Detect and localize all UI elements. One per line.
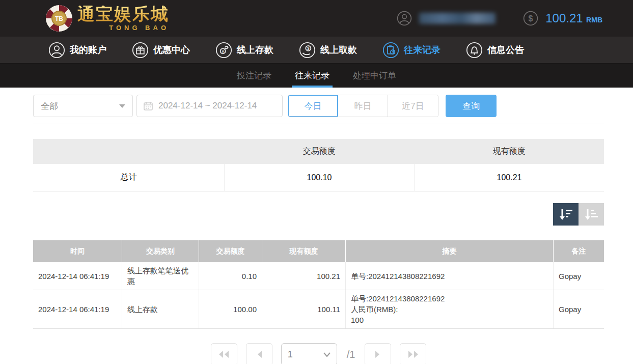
query-button[interactable]: 查询 xyxy=(446,95,497,117)
last-page-button[interactable] xyxy=(400,343,426,364)
nav-item-announcements[interactable]: 信息公告 xyxy=(466,42,524,59)
username-redacted xyxy=(419,13,496,24)
quick-date-group: 今日 昨日 近7日 xyxy=(288,95,438,117)
calendar-icon xyxy=(143,101,153,111)
records-table: 时间 交易类别 交易额度 现有额度 摘要 备注 2024-12-14 06:41… xyxy=(33,240,604,329)
date-range-value: 2024-12-14 ~ 2024-12-14 xyxy=(158,101,257,111)
col-time: 时间 xyxy=(33,240,122,262)
bell-icon xyxy=(466,42,483,59)
summary-trade-amount-value: 100.10 xyxy=(224,164,414,191)
next-page-button[interactable] xyxy=(365,343,391,364)
balance-currency: RMB xyxy=(586,16,602,24)
first-page-button[interactable] xyxy=(211,343,237,364)
chevron-down-icon xyxy=(323,352,331,357)
cell-balance: 100.11 xyxy=(262,290,345,328)
date-range-input[interactable]: 2024-12-14 ~ 2024-12-14 xyxy=(136,95,283,117)
tab-pending-orders[interactable]: 处理中订单 xyxy=(350,64,399,88)
dollar-coin-icon: $ xyxy=(523,11,538,26)
right-arrow-icon xyxy=(374,350,381,358)
section-divider xyxy=(33,124,604,124)
main-nav: 我的账户 优惠中心 ¥ 线上存款 $ 线上取款 xyxy=(0,37,633,64)
nav-item-transaction-records[interactable]: 往来记录 xyxy=(382,42,441,59)
quick-btn-today[interactable]: 今日 xyxy=(288,95,338,117)
quick-btn-label: 近7日 xyxy=(402,100,424,112)
prev-page-button[interactable] xyxy=(246,343,272,364)
pagination: 1 /1 xyxy=(33,343,604,364)
cell-type: 线上存款 xyxy=(122,290,199,328)
account-user-icon[interactable] xyxy=(397,11,412,26)
records-icon xyxy=(382,42,399,59)
svg-text:$: $ xyxy=(529,14,533,23)
table-row: 2024-12-14 06:41:19 线上存款 100.00 100.11 单… xyxy=(33,290,604,329)
sort-ascending-icon xyxy=(584,208,598,221)
col-balance: 现有额度 xyxy=(262,240,345,262)
cell-note: Gopay xyxy=(553,290,604,328)
summary-header-trade-amount: 交易额度 xyxy=(224,139,414,164)
quick-btn-yesterday[interactable]: 昨日 xyxy=(338,95,388,117)
main-content: 全部 2024-12-14 ~ 2024-12-14 今日 昨日 近7日 xyxy=(0,88,633,364)
type-select[interactable]: 全部 xyxy=(33,95,133,117)
top-header: TB 通宝娱乐城 TONG BAO $ 100.21 RMB xyxy=(0,0,633,37)
user-icon xyxy=(48,42,65,59)
cell-amount: 0.10 xyxy=(199,262,262,290)
double-left-arrow-icon xyxy=(218,350,230,358)
withdraw-icon: $ xyxy=(299,42,316,59)
summary-total-row: 总计 100.10 100.21 xyxy=(33,164,604,191)
brand-name-cn: 通宝娱乐城 xyxy=(77,6,169,23)
nav-item-online-deposit[interactable]: ¥ 线上存款 xyxy=(215,42,273,59)
deposit-icon: ¥ xyxy=(215,42,232,59)
gift-icon xyxy=(132,42,149,59)
sort-descending-button[interactable] xyxy=(553,203,579,226)
quick-btn-label: 昨日 xyxy=(354,100,372,112)
nav-label: 优惠中心 xyxy=(153,44,190,56)
sort-ascending-button[interactable] xyxy=(579,203,604,226)
cell-time: 2024-12-14 06:41:19 xyxy=(33,262,122,290)
records-header-row: 时间 交易类别 交易额度 现有额度 摘要 备注 xyxy=(33,240,604,262)
nav-label: 线上取款 xyxy=(320,44,357,56)
quick-btn-label: 今日 xyxy=(305,100,322,112)
summary-header-empty xyxy=(33,139,224,164)
chip-tb-text: TB xyxy=(55,15,63,22)
table-row: 2024-12-14 06:41:19 线上存款笔笔送优惠 0.10 100.2… xyxy=(33,262,604,290)
balance-amount: 100.21 xyxy=(545,11,583,25)
cell-amount: 100.00 xyxy=(199,290,262,328)
tab-bet-records[interactable]: 投注记录 xyxy=(234,64,274,88)
summary-header-row: 交易额度 现有额度 xyxy=(33,139,604,164)
nav-label: 线上存款 xyxy=(237,44,273,56)
nav-label: 往来记录 xyxy=(404,44,441,56)
brand-name-en: TONG BAO xyxy=(77,24,169,32)
summary-header-current-amount: 现有额度 xyxy=(414,139,604,164)
left-arrow-icon xyxy=(256,350,263,358)
tab-transaction-records[interactable]: 往来记录 xyxy=(292,64,333,88)
col-summary: 摘要 xyxy=(345,240,553,262)
sort-controls xyxy=(33,203,604,226)
cell-time: 2024-12-14 06:41:19 xyxy=(33,290,122,328)
brand-logo[interactable]: TB 通宝娱乐城 TONG BAO xyxy=(45,4,169,33)
nav-label: 我的账户 xyxy=(70,44,106,56)
page-select[interactable]: 1 xyxy=(281,343,337,364)
col-note: 备注 xyxy=(553,240,604,262)
nav-label: 信息公告 xyxy=(487,44,524,56)
cell-summary: 单号:202412143808221692 人民币(RMB): 100 xyxy=(345,290,553,328)
summary-total-label: 总计 xyxy=(33,164,224,191)
nav-item-promotions[interactable]: 优惠中心 xyxy=(132,42,190,59)
summary-table: 交易额度 现有额度 总计 100.10 100.21 xyxy=(33,139,604,191)
summary-current-amount-value: 100.21 xyxy=(414,164,604,191)
cell-type: 线上存款笔笔送优惠 xyxy=(122,262,199,290)
tab-label: 投注记录 xyxy=(237,70,271,81)
double-right-arrow-icon xyxy=(407,350,419,358)
type-select-value: 全部 xyxy=(41,100,58,112)
svg-text:$: $ xyxy=(307,46,310,51)
cell-summary: 单号:202412143808221692 xyxy=(345,262,553,290)
cell-note: Gopay xyxy=(553,262,604,290)
casino-chip-icon: TB xyxy=(45,4,73,33)
chevron-down-icon xyxy=(119,104,125,108)
col-type: 交易类别 xyxy=(122,240,199,262)
col-amount: 交易额度 xyxy=(199,240,262,262)
filter-row: 全部 2024-12-14 ~ 2024-12-14 今日 昨日 近7日 xyxy=(33,95,604,117)
nav-item-online-withdraw[interactable]: $ 线上取款 xyxy=(299,42,357,59)
sort-descending-icon xyxy=(559,208,573,221)
nav-item-my-account[interactable]: 我的账户 xyxy=(48,42,106,59)
record-tabs: 投注记录 往来记录 处理中订单 xyxy=(0,64,633,88)
quick-btn-last7days[interactable]: 近7日 xyxy=(388,95,438,117)
